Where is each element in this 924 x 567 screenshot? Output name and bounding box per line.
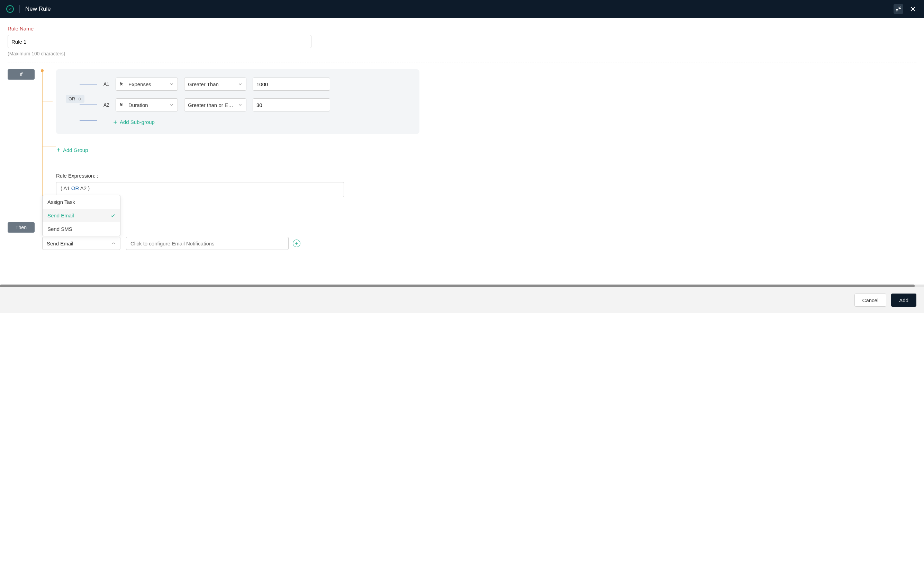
modal-footer: Cancel Add: [0, 287, 924, 313]
group-operator-label: OR: [69, 96, 75, 101]
action-select-value: Send Email: [47, 241, 74, 246]
function-icon: fx: [119, 81, 125, 87]
email-config-input[interactable]: [126, 237, 289, 250]
sort-icon: [78, 97, 82, 101]
operator-value: Greater Than: [188, 81, 234, 87]
scrollbar-thumb[interactable]: [0, 285, 915, 287]
then-badge: Then: [8, 222, 34, 232]
if-badge: If: [8, 69, 34, 80]
section-divider: [8, 63, 916, 63]
value-input[interactable]: [253, 98, 330, 111]
modal-header: New Rule: [0, 0, 924, 18]
field-select[interactable]: fx Duration: [116, 98, 178, 111]
collapse-icon: [895, 6, 902, 12]
plus-icon: [294, 241, 298, 245]
chevron-down-icon: [238, 82, 243, 87]
modal-title: New Rule: [25, 6, 894, 12]
dropdown-item-send-email[interactable]: Send Email: [43, 209, 120, 222]
close-button[interactable]: [908, 4, 918, 14]
horizontal-scrollbar[interactable]: [0, 285, 924, 287]
svg-line-0: [899, 7, 901, 8]
add-action-button[interactable]: [293, 240, 300, 247]
plus-icon: [113, 120, 118, 124]
operator-select[interactable]: Greater Than: [184, 78, 246, 91]
group-operator-toggle[interactable]: OR: [66, 95, 84, 103]
svg-text:fx: fx: [120, 103, 123, 106]
cancel-button[interactable]: Cancel: [855, 294, 886, 307]
operator-select[interactable]: Greater than or Equ…: [184, 98, 246, 111]
condition-row: A1 fx Expenses Greater Than: [100, 78, 411, 91]
operator-value: Greater than or Equ…: [188, 102, 234, 108]
add-button[interactable]: Add: [891, 294, 916, 307]
function-icon: fx: [119, 102, 125, 108]
condition-id: A2: [100, 102, 110, 108]
tree-dot: [41, 69, 44, 72]
chevron-down-icon: [169, 82, 174, 87]
field-value: Expenses: [128, 81, 151, 87]
tree-vertical-line: [42, 72, 43, 197]
dropdown-item-send-sms[interactable]: Send SMS: [43, 222, 120, 236]
action-select[interactable]: Send Email: [42, 237, 120, 250]
check-icon: [110, 213, 115, 218]
value-input[interactable]: [253, 78, 330, 91]
rule-expression-label: Rule Expression: :: [56, 173, 916, 178]
add-group-label: Add Group: [63, 147, 88, 153]
field-value: Duration: [128, 102, 148, 108]
header-divider: [20, 5, 20, 13]
svg-line-1: [896, 10, 898, 11]
add-group-button[interactable]: Add Group: [56, 147, 88, 153]
chevron-up-icon: [111, 241, 116, 246]
condition-group: OR A1 fx: [56, 69, 419, 134]
field-select[interactable]: fx Expenses: [116, 78, 178, 91]
rule-name-label: Rule Name: [8, 26, 916, 32]
close-icon: [910, 6, 916, 12]
dropdown-item-assign-task[interactable]: Assign Task: [43, 195, 120, 209]
condition-id: A1: [100, 81, 110, 87]
rule-name-hint: (Maximum 100 characters): [8, 51, 916, 56]
condition-row: A2 fx Duration Greater than or Equ…: [100, 98, 411, 111]
add-subgroup-label: Add Sub-group: [120, 119, 155, 125]
chevron-down-icon: [238, 102, 243, 107]
plus-icon: [56, 147, 61, 152]
svg-text:fx: fx: [120, 82, 123, 86]
add-subgroup-button[interactable]: Add Sub-group: [113, 119, 155, 125]
chevron-down-icon: [169, 102, 174, 107]
collapse-button[interactable]: [894, 4, 903, 14]
action-dropdown-panel: Assign Task Send Email Send SMS: [42, 195, 120, 236]
rule-name-input[interactable]: [8, 35, 312, 48]
check-circle-icon: [6, 5, 14, 13]
